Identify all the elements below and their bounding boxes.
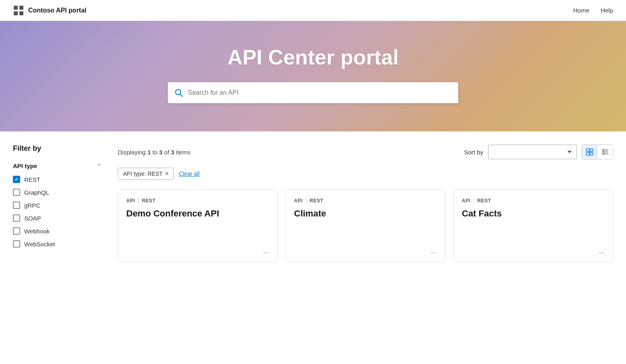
results-header: Displaying 1 to 3 of 3 items Sort by	[118, 144, 613, 160]
sort-area: Sort by	[464, 144, 613, 160]
filter-tag-label: API type: REST	[123, 171, 163, 177]
list-icon	[601, 148, 609, 156]
api-card-demo-conference[interactable]: API REST Demo Conference API ...	[118, 189, 278, 262]
results-from: 1	[147, 149, 150, 156]
filter-label-soap: SOAP	[24, 215, 41, 222]
filter-section-title: API type	[13, 162, 37, 169]
brand: Contoso API portal	[13, 5, 86, 16]
nav-home[interactable]: Home	[573, 7, 589, 14]
filter-tag-remove[interactable]: ×	[165, 171, 169, 177]
card-meta-divider	[306, 198, 307, 204]
card-meta: API REST	[294, 198, 437, 204]
main-content: Filter by API type ⌃ REST GraphQL gRPC	[0, 131, 626, 325]
card-meta: API REST	[126, 198, 269, 204]
api-type-section: API type ⌃ REST GraphQL gRPC SO	[13, 162, 102, 248]
svg-rect-2	[14, 11, 18, 15]
top-nav: Contoso API portal Home Help	[0, 0, 626, 21]
svg-rect-0	[14, 6, 18, 10]
filter-option-grpc[interactable]: gRPC	[13, 202, 102, 209]
api-card-cat-facts[interactable]: API REST Cat Facts ...	[453, 189, 613, 262]
card-top: API REST Cat Facts	[462, 198, 605, 219]
checkbox-soap[interactable]	[13, 214, 20, 222]
filter-section-header: API type ⌃	[13, 162, 102, 169]
filter-option-soap[interactable]: SOAP	[13, 214, 102, 222]
card-meta-left: API	[126, 198, 135, 204]
card-more-menu[interactable]: ...	[599, 247, 605, 255]
filter-label-rest: REST	[24, 176, 40, 183]
sort-select[interactable]	[488, 145, 577, 159]
search-input[interactable]	[188, 89, 452, 96]
svg-rect-1	[19, 6, 23, 10]
card-top: API REST Demo Conference API	[126, 198, 269, 219]
filter-tag-rest: API type: REST ×	[118, 168, 174, 180]
results-area: Displaying 1 to 3 of 3 items Sort by	[118, 144, 613, 312]
filter-label-graphql: GraphQL	[24, 189, 49, 196]
filter-option-rest[interactable]: REST	[13, 176, 102, 183]
active-filters: API type: REST × Clear all	[118, 168, 613, 180]
card-title: Cat Facts	[462, 208, 605, 219]
hero-title: API Center portal	[227, 45, 399, 69]
checkbox-rest[interactable]	[13, 176, 20, 183]
svg-rect-9	[590, 152, 593, 155]
list-view-button[interactable]	[597, 145, 613, 159]
filter-label-grpc: gRPC	[24, 202, 40, 209]
checkbox-webhook[interactable]	[13, 227, 20, 235]
search-icon	[174, 88, 183, 97]
sidebar: Filter by API type ⌃ REST GraphQL gRPC	[13, 144, 102, 312]
filter-option-webhook[interactable]: Webhook	[13, 227, 102, 235]
filter-option-websocket[interactable]: WebSocket	[13, 240, 102, 248]
results-total: 3	[171, 149, 174, 156]
filter-label-websocket: WebSocket	[24, 241, 55, 248]
card-meta-divider	[474, 198, 474, 204]
card-more-menu[interactable]: ...	[431, 247, 437, 255]
view-toggle	[582, 144, 613, 160]
grid-icon	[586, 148, 593, 156]
filter-option-graphql[interactable]: GraphQL	[13, 189, 102, 196]
brand-name: Contoso API portal	[28, 7, 86, 14]
checkbox-grpc[interactable]	[13, 202, 20, 209]
sort-label: Sort by	[464, 149, 483, 156]
results-to: 3	[159, 149, 163, 156]
card-meta-divider	[138, 198, 139, 204]
checkbox-graphql[interactable]	[13, 189, 20, 196]
api-card-climate[interactable]: API REST Climate ...	[286, 189, 445, 262]
card-meta-right: REST	[310, 198, 323, 204]
grid-view-button[interactable]	[582, 145, 597, 159]
nav-links: Home Help	[573, 7, 613, 14]
svg-rect-6	[586, 149, 589, 152]
cards-grid: API REST Demo Conference API ... API RES…	[118, 189, 613, 262]
card-title: Demo Conference API	[126, 208, 269, 219]
filter-label-webhook: Webhook	[24, 228, 50, 235]
clear-all-button[interactable]: Clear all	[179, 168, 199, 179]
nav-help[interactable]: Help	[601, 7, 613, 14]
svg-line-5	[180, 94, 183, 97]
card-meta-right: REST	[478, 198, 491, 204]
card-meta-right: REST	[142, 198, 156, 204]
search-bar	[168, 82, 458, 103]
card-more-menu[interactable]: ...	[263, 247, 269, 255]
svg-rect-3	[19, 11, 23, 15]
card-title: Climate	[294, 208, 437, 219]
filter-by-label: Filter by	[13, 144, 102, 153]
filter-options: REST GraphQL gRPC SOAP Webhook	[13, 176, 102, 248]
svg-rect-7	[590, 149, 593, 152]
card-meta-left: API	[294, 198, 303, 204]
hero-section: API Center portal	[0, 21, 626, 131]
card-top: API REST Climate	[294, 198, 437, 219]
results-count: Displaying 1 to 3 of 3 items	[118, 149, 190, 156]
brand-icon	[13, 5, 24, 16]
svg-rect-8	[586, 152, 589, 155]
card-meta: API REST	[462, 198, 605, 204]
card-meta-left: API	[462, 198, 471, 204]
checkbox-websocket[interactable]	[13, 240, 20, 248]
chevron-up-icon[interactable]: ⌃	[97, 163, 102, 169]
